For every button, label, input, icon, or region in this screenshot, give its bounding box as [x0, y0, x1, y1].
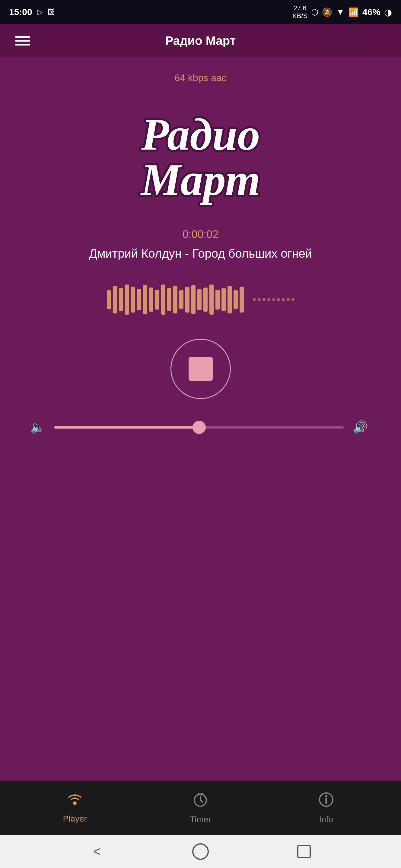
waveform-dot [262, 298, 265, 301]
waveform-bar [113, 286, 117, 313]
back-icon: < [93, 844, 101, 859]
recents-button[interactable] [294, 841, 315, 862]
waveform-bar [155, 290, 159, 310]
player-nav-icon [66, 792, 84, 811]
image-status-icon: 🖼 [47, 8, 55, 16]
hamburger-line-2 [15, 40, 30, 41]
app-container: Радио Март 64 kbps aac .logo-main { font… [0, 24, 401, 868]
waveform-bar [191, 285, 196, 314]
radio-logo-svg: .logo-main { font-family: 'Georgia', 'Ti… [122, 98, 279, 207]
waveform-bar [222, 288, 226, 311]
waveform-bar [216, 290, 220, 310]
waveform-bar [239, 287, 244, 313]
waveform-bar [209, 284, 213, 315]
status-left: 15:00 ▷ 🖼 [9, 7, 55, 17]
waveform-bar [167, 288, 171, 311]
svg-line-7 [200, 800, 203, 802]
playback-timer: 0:00:02 [182, 228, 219, 241]
wifi-icon: ▼ [336, 7, 345, 17]
waveform-container [18, 278, 383, 321]
waveform-bar [203, 287, 208, 312]
waveform-dot [287, 298, 290, 301]
waveform-bar [173, 286, 177, 313]
header: Радио Март [0, 24, 401, 57]
nav-timer[interactable]: Timer [170, 791, 231, 824]
volume-container: 🔈 🔊 [18, 420, 383, 434]
waveform-bar [131, 287, 135, 313]
hamburger-line-3 [15, 44, 30, 45]
main-content: 64 kbps aac .logo-main { font-family: 'G… [0, 57, 401, 781]
info-nav-icon [318, 791, 335, 812]
info-nav-label: Info [319, 815, 333, 824]
svg-text:Март: Март [140, 155, 260, 205]
waveform-bar [149, 287, 153, 312]
hamburger-line-1 [15, 36, 30, 38]
waveform-bar [161, 284, 165, 315]
waveform-bar [137, 289, 141, 310]
mute-icon: 🔕 [322, 7, 333, 17]
waveform-bar [228, 286, 232, 313]
nav-player[interactable]: Player [45, 792, 105, 824]
waveform [107, 281, 294, 318]
stop-icon [189, 357, 213, 381]
svg-point-2 [73, 801, 77, 805]
battery-icon: ◑ [384, 7, 392, 18]
player-button-container [170, 339, 231, 399]
signal-icon: 📶 [348, 7, 359, 17]
timer-nav-icon [192, 791, 209, 812]
bottom-navigation: Player Timer I [0, 781, 401, 835]
radio-logo-container: .logo-main { font-family: 'Georgia', 'Ti… [122, 96, 279, 210]
waveform-bar [179, 290, 183, 309]
app-title: Радио Март [165, 34, 236, 48]
status-bar: 15:00 ▷ 🖼 27.6 KB/S ⬡ 🔕 ▼ 📶 46% ◑ [0, 0, 401, 24]
stop-button[interactable] [170, 339, 231, 399]
bitrate-label: 64 kbps aac [174, 72, 227, 84]
waveform-bar [185, 287, 190, 313]
system-nav-bar: < [0, 835, 401, 868]
waveform-dot [272, 298, 275, 301]
waveform-dot [267, 298, 270, 301]
volume-fill [54, 426, 199, 429]
status-right: 27.6 KB/S ⬡ 🔕 ▼ 📶 46% ◑ [292, 4, 392, 20]
nfc-icon: ⬡ [311, 7, 318, 17]
waveform-dot [282, 298, 285, 301]
nav-info[interactable]: Info [296, 791, 356, 824]
waveform-dot [253, 298, 256, 301]
svg-text:Радио: Радио [141, 110, 260, 159]
home-icon [192, 843, 209, 860]
svg-point-10 [325, 795, 327, 798]
waveform-dot [277, 298, 280, 301]
waveform-bar [125, 284, 129, 315]
waveform-dot [291, 298, 294, 301]
play-status-icon: ▷ [37, 8, 42, 16]
battery-level: 46% [362, 7, 380, 17]
hamburger-menu-button[interactable] [12, 33, 33, 49]
volume-slider[interactable] [54, 426, 344, 429]
volume-high-icon: 🔊 [353, 420, 371, 434]
network-speed: 27.6 KB/S [292, 4, 308, 20]
volume-low-icon: 🔈 [30, 420, 45, 434]
volume-thumb[interactable] [193, 421, 206, 434]
home-button[interactable] [190, 841, 211, 862]
waveform-bar [143, 285, 147, 314]
waveform-dot [258, 298, 261, 301]
waveform-bar [197, 289, 202, 310]
player-nav-label: Player [63, 814, 87, 824]
recents-icon [297, 845, 311, 858]
status-time: 15:00 [9, 7, 32, 17]
back-button[interactable]: < [87, 841, 108, 862]
waveform-bar [107, 290, 111, 309]
track-name: Дмитрий Колдун - Город больших огней [89, 247, 312, 260]
waveform-bar [233, 290, 238, 309]
waveform-bar [119, 288, 123, 311]
timer-nav-label: Timer [190, 815, 211, 824]
